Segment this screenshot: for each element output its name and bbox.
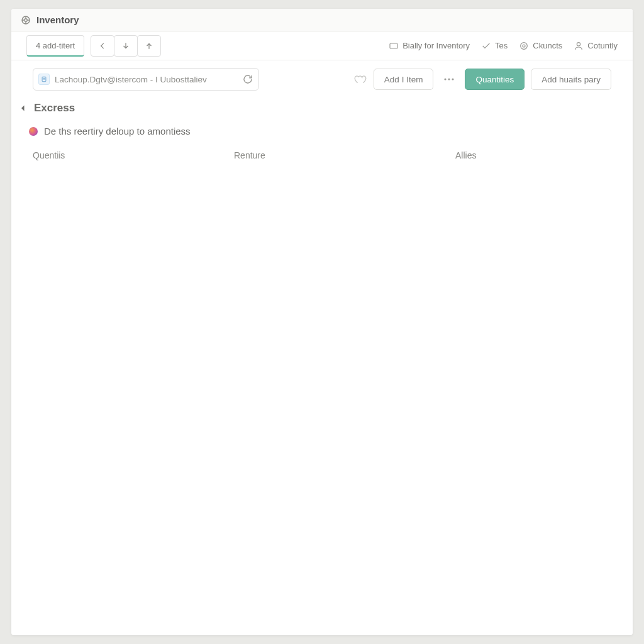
section-title: Excress [34, 102, 75, 114]
app-logo-icon [20, 14, 31, 26]
info-text: De ths reertiry deloup to amontiess [44, 126, 191, 136]
button-label: Add I Item [384, 75, 423, 84]
link-ready-for-inventory[interactable]: Bially for Inventory [389, 41, 470, 51]
quantities-button[interactable]: Quantities [465, 69, 525, 90]
column-header-renture[interactable]: Renture [234, 150, 455, 160]
button-label: Quantities [475, 75, 514, 84]
more-menu-button[interactable] [440, 69, 458, 90]
svg-point-3 [521, 42, 528, 49]
link-label: Cotuntly [587, 41, 618, 50]
status-dot-icon [29, 127, 38, 136]
table-columns-header: Quentiis Renture Allies [11, 142, 633, 167]
link-tes[interactable]: Tes [481, 41, 508, 51]
app-window: Inventory 4 add-titert [11, 9, 633, 635]
svg-rect-2 [390, 43, 397, 48]
subbar: Lachoup.Dgtv@istercom - I Uubosttaliev A… [11, 60, 633, 98]
lookup-value: Lachoup.Dgtv@istercom - I Uubosttaliev [55, 75, 237, 84]
link-label: Bially for Inventory [402, 41, 470, 50]
record-type-icon [38, 74, 50, 85]
section-header: Excress [11, 98, 633, 117]
column-header-quantities[interactable]: Quentiis [33, 150, 234, 160]
tab-add-item[interactable]: 4 add-titert [26, 35, 84, 57]
favorite-button[interactable] [353, 74, 367, 85]
action-buttons: Add I Item Quantities Add huaits pary [353, 69, 611, 90]
svg-point-7 [445, 78, 447, 80]
link-counts[interactable]: Ckuncts [519, 41, 562, 51]
button-label: Add huaits pary [541, 75, 601, 84]
titlebar: Inventory [11, 9, 633, 31]
link-label: Ckuncts [533, 41, 562, 50]
page-title: Inventory [36, 14, 79, 25]
svg-point-8 [448, 78, 450, 80]
lookup-field[interactable]: Lachoup.Dgtv@istercom - I Uubosttaliev [33, 68, 259, 91]
nav-group [91, 35, 161, 57]
toolbar: 4 add-titert Bially for Inventory [11, 31, 633, 60]
info-row: De ths reertiry deloup to amontiess [11, 117, 633, 142]
section-back-button[interactable] [18, 103, 29, 114]
nav-back-button[interactable] [91, 35, 114, 57]
tab-label: 4 add-titert [36, 41, 75, 50]
link-cotuntly[interactable]: Cotuntly [574, 41, 618, 51]
column-header-allies[interactable]: Allies [455, 150, 611, 160]
add-item-button[interactable]: Add I Item [374, 69, 434, 90]
toolbar-links: Bially for Inventory Tes Ckuncts Cotuntl… [389, 41, 618, 51]
link-label: Tes [495, 41, 508, 50]
nav-up-button[interactable] [137, 35, 161, 57]
add-secondary-button[interactable]: Add huaits pary [531, 69, 611, 90]
nav-down-button[interactable] [114, 35, 138, 57]
svg-point-4 [523, 45, 525, 47]
svg-point-1 [25, 18, 28, 21]
svg-point-9 [452, 78, 454, 80]
svg-point-5 [577, 42, 580, 45]
refresh-button[interactable] [242, 74, 253, 85]
